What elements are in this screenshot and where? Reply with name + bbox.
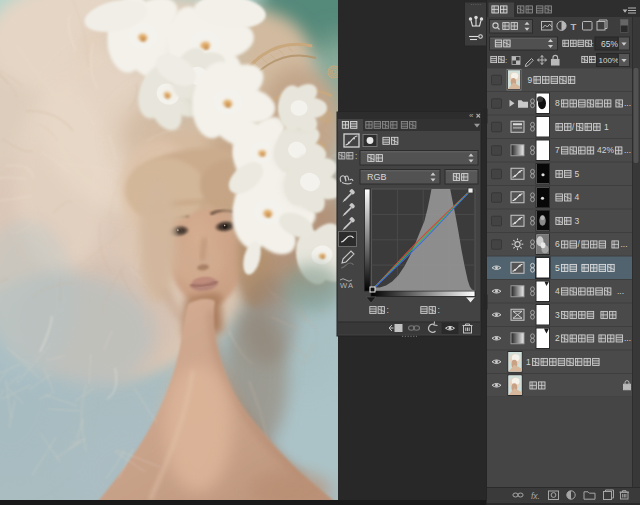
svg-text:...: ... (624, 333, 631, 343)
svg-text:...: ... (617, 286, 624, 296)
svg-text:fx.: fx. (531, 491, 540, 501)
svg-text:8: 8 (555, 98, 560, 108)
svg-text:7: 7 (555, 145, 560, 155)
svg-text:4: 4 (555, 286, 560, 296)
svg-text:...: ... (624, 145, 631, 155)
svg-text:1: 1 (526, 357, 531, 367)
svg-text:...: ... (621, 239, 628, 249)
svg-text::: : (387, 305, 389, 315)
svg-text:9: 9 (528, 75, 533, 85)
svg-text:4: 4 (575, 192, 580, 202)
svg-text:A: A (348, 281, 353, 290)
svg-text::: : (438, 305, 440, 315)
svg-text:1: 1 (604, 122, 609, 132)
svg-text:5: 5 (555, 263, 560, 273)
svg-text:65%: 65% (601, 39, 618, 49)
svg-text:RGB: RGB (367, 172, 387, 182)
svg-text:T: T (571, 21, 577, 32)
svg-text:3: 3 (575, 216, 580, 226)
svg-text:100%: 100% (599, 56, 619, 65)
svg-text:«: « (469, 111, 474, 120)
svg-text:W: W (340, 281, 348, 290)
svg-text:3: 3 (555, 310, 560, 320)
svg-text::: : (505, 56, 507, 65)
svg-text:...: ... (624, 98, 631, 108)
svg-text:42%: 42% (597, 145, 614, 155)
svg-text:2: 2 (555, 333, 560, 343)
svg-text::: : (592, 40, 594, 49)
svg-text:6: 6 (555, 239, 560, 249)
svg-text:5: 5 (575, 169, 580, 179)
svg-text::: : (355, 151, 357, 161)
